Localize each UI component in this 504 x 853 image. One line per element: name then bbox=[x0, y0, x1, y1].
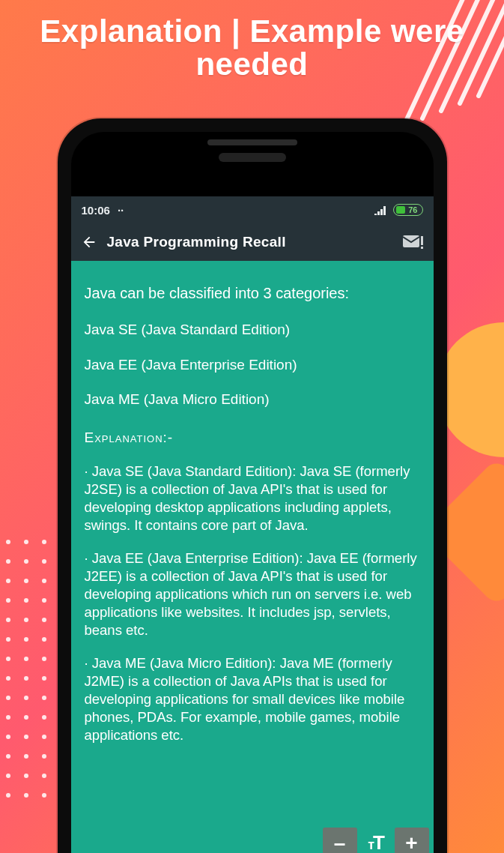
mail-button[interactable] bbox=[402, 233, 425, 251]
status-time: 10:06 bbox=[82, 204, 110, 217]
decor-circle bbox=[437, 322, 504, 457]
zoom-out-button[interactable]: – bbox=[323, 828, 357, 853]
text-size-icon: тT bbox=[359, 828, 393, 853]
edition-item: Java ME (Java Micro Edition) bbox=[85, 391, 420, 409]
svg-rect-1 bbox=[421, 236, 423, 245]
app-bar: Java Programming Recall bbox=[71, 223, 434, 261]
phone-camera bbox=[219, 153, 286, 162]
back-button[interactable] bbox=[80, 233, 98, 251]
app-title: Java Programming Recall bbox=[107, 234, 393, 250]
battery-percent: 76 bbox=[408, 205, 417, 214]
status-indicator: ·· bbox=[118, 204, 124, 217]
explanation-title: Explanation:- bbox=[85, 429, 420, 447]
battery-indicator: 76 bbox=[393, 204, 422, 216]
explanation-paragraph: · Java ME (Java Micro Edition): Java ME … bbox=[85, 654, 420, 744]
zoom-in-button[interactable]: + bbox=[395, 828, 429, 853]
app-screen: 10:06 ·· 76 bbox=[71, 196, 434, 853]
edition-item: Java EE (Java Enterprise Edition) bbox=[85, 356, 420, 375]
explanation-paragraph: · Java EE (Java Enterprise Edition): Jav… bbox=[85, 549, 420, 639]
phone-speaker bbox=[207, 139, 297, 145]
signal-icon bbox=[374, 205, 387, 215]
phone-mock: 10:06 ·· 76 bbox=[58, 118, 447, 853]
explanation-paragraph: · Java SE (Java Standard Edition): Java … bbox=[85, 462, 420, 534]
status-bar: 10:06 ·· 76 bbox=[71, 196, 434, 223]
promo-title: Explanation | Example were needed bbox=[0, 15, 504, 81]
content-heading: Java can be classified into 3 categories… bbox=[85, 283, 420, 303]
content-area[interactable]: Java can be classified into 3 categories… bbox=[71, 261, 434, 853]
decor-dots bbox=[6, 540, 58, 825]
edition-item: Java SE (Java Standard Edition) bbox=[85, 321, 420, 340]
text-size-controls: – тT + bbox=[323, 828, 429, 853]
svg-rect-2 bbox=[421, 247, 423, 249]
